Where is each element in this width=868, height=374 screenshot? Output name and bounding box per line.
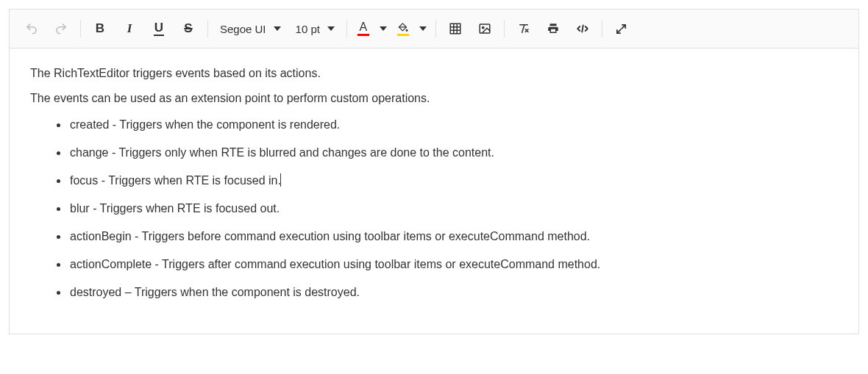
italic-icon: I xyxy=(127,21,132,36)
paragraph: The events can be used as an extension p… xyxy=(30,90,838,107)
list-item: created - Triggers when the component is… xyxy=(68,116,838,134)
italic-button[interactable]: I xyxy=(115,15,144,42)
underline-button[interactable]: U xyxy=(144,15,174,42)
bg-color-dropdown[interactable] xyxy=(415,15,431,42)
undo-icon xyxy=(25,22,38,35)
table-button[interactable] xyxy=(441,15,470,42)
fullscreen-button[interactable] xyxy=(607,15,636,42)
strikethrough-button[interactable]: S xyxy=(174,15,203,42)
paragraph: The RichTextEditor triggers events based… xyxy=(30,65,838,82)
underline-icon: U xyxy=(154,21,164,36)
toolbar: B I U S Segoe UI 10 pt A xyxy=(10,10,858,48)
event-list: created - Triggers when the component is… xyxy=(30,116,838,301)
print-icon xyxy=(547,22,560,35)
rich-text-editor: B I U S Segoe UI 10 pt A xyxy=(9,9,859,334)
redo-icon xyxy=(54,22,68,35)
toolbar-separator xyxy=(207,20,208,37)
toolbar-separator xyxy=(346,20,347,37)
source-code-button[interactable] xyxy=(568,15,597,42)
svg-point-7 xyxy=(483,26,484,28)
list-item: focus - Triggers when RTE is focused in. xyxy=(68,172,838,190)
list-item: actionComplete - Triggers after command … xyxy=(68,256,838,273)
clear-format-icon xyxy=(517,22,530,35)
list-item: blur - Triggers when RTE is focused out. xyxy=(68,200,838,217)
table-icon xyxy=(449,22,462,35)
font-color-dropdown[interactable] xyxy=(375,15,391,42)
maximize-icon xyxy=(615,23,627,35)
image-icon xyxy=(478,22,491,35)
image-button[interactable] xyxy=(470,15,499,42)
strikethrough-icon: S xyxy=(184,21,192,36)
list-item: change - Triggers only when RTE is blurr… xyxy=(68,144,838,162)
list-item: actionBegin - Triggers before command ex… xyxy=(68,228,838,245)
redo-button[interactable] xyxy=(46,15,76,42)
bold-button[interactable]: B xyxy=(85,15,115,42)
toolbar-separator xyxy=(80,20,81,37)
text-cursor xyxy=(280,173,281,187)
font-size-dropdown[interactable]: 10 pt xyxy=(288,15,342,42)
font-color-button[interactable]: A xyxy=(352,15,375,42)
paint-bucket-icon xyxy=(397,22,409,36)
font-name-label: Segoe UI xyxy=(220,23,266,35)
clear-format-button[interactable] xyxy=(509,15,538,42)
print-button[interactable] xyxy=(538,15,568,42)
font-name-dropdown[interactable]: Segoe UI xyxy=(213,15,288,42)
bg-color-button[interactable] xyxy=(391,15,415,42)
toolbar-separator xyxy=(504,20,505,37)
chevron-down-icon xyxy=(380,26,387,31)
toolbar-separator xyxy=(602,20,602,37)
undo-button[interactable] xyxy=(17,15,46,42)
list-item: destroyed – Triggers when the component … xyxy=(68,284,838,301)
editor-content[interactable]: The RichTextEditor triggers events based… xyxy=(10,48,858,334)
code-icon xyxy=(575,22,590,35)
bg-color-split-button xyxy=(391,15,431,42)
chevron-down-icon xyxy=(274,26,281,31)
svg-point-0 xyxy=(406,29,408,31)
toolbar-separator xyxy=(435,20,436,37)
font-color-split-button: A xyxy=(352,15,391,42)
chevron-down-icon xyxy=(419,26,427,31)
svg-rect-1 xyxy=(450,24,460,34)
bold-icon: B xyxy=(96,21,104,36)
chevron-down-icon xyxy=(327,26,335,31)
svg-line-8 xyxy=(582,26,583,32)
font-color-icon: A xyxy=(357,21,369,36)
font-size-label: 10 pt xyxy=(296,23,320,35)
